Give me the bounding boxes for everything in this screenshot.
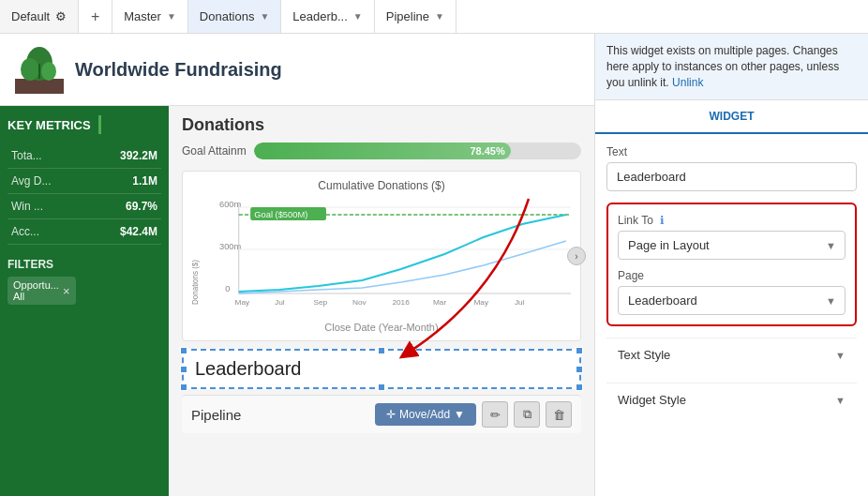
chevron-down-icon: ▼ (435, 11, 444, 22)
chart-title: Cumulative Donations ($) (192, 179, 571, 192)
svg-text:Jul: Jul (515, 298, 525, 307)
svg-text:Donations ($): Donations ($) (192, 260, 200, 305)
metric-row: Tota... 392.2M (7, 143, 161, 169)
metrics-sidebar: KEY METRICS Tota... 392.2M Avg D... 1.1M… (0, 106, 169, 496)
svg-text:May: May (473, 298, 489, 307)
info-banner-text: This widget exists on multiple pages. Ch… (606, 44, 839, 89)
goal-label: Goal Attainm (182, 144, 247, 158)
chart-svg: 600m 300m 0 (192, 198, 571, 320)
svg-text:Mar: Mar (433, 298, 447, 307)
tab-add-button[interactable]: + (79, 0, 112, 33)
page-select[interactable]: Leaderboard Donations Pipeline (618, 286, 846, 315)
svg-text:Nov: Nov (352, 298, 367, 307)
dashboard: Worldwide Fundraising KEY METRICS Tota..… (0, 34, 594, 496)
link-to-label: Link To ℹ (618, 214, 846, 227)
svg-text:Goal ($500M): Goal ($500M) (254, 210, 307, 219)
metric-label-3: Acc... (11, 225, 39, 238)
handle-top-mid[interactable] (378, 347, 385, 354)
copy-button[interactable]: ⧉ (514, 401, 540, 428)
text-style-label: Text Style (618, 348, 670, 362)
handle-bottom-mid[interactable] (378, 383, 385, 391)
pipeline-label: Pipeline (191, 407, 369, 423)
text-style-section[interactable]: Text Style ▼ (606, 338, 857, 371)
chevron-down-icon: ▼ (167, 11, 176, 22)
progress-bar-fill: 78.45% (254, 143, 511, 159)
page-field-group: Page Leaderboard Donations Pipeline ▼ (618, 269, 846, 315)
pencil-icon: ✏ (490, 408, 501, 422)
metric-row: Win ... 69.7% (7, 194, 161, 219)
svg-point-2 (21, 58, 39, 81)
svg-rect-0 (15, 79, 64, 94)
widget-tab[interactable]: WIDGET (595, 100, 868, 134)
leaderboard-widget[interactable]: Leaderboard (182, 349, 581, 389)
handle-right-mid[interactable] (576, 366, 583, 373)
chevron-down-icon: ▼ (260, 11, 269, 22)
text-field-label: Text (606, 145, 857, 158)
bottom-toolbar: Pipeline ✛ Move/Add ▼ ✏ ⧉ 🗑 (182, 395, 581, 433)
tab-master-label: Master (124, 9, 161, 23)
delete-button[interactable]: 🗑 (546, 401, 572, 428)
move-add-button[interactable]: ✛ Move/Add ▼ (375, 403, 476, 426)
filter-chip: Opportu...All × (7, 277, 76, 305)
filters-section: FILTERS Opportu...All × (7, 258, 161, 305)
content-area: Donations Goal Attainm 78.45% Cumulative… (169, 106, 594, 496)
tab-bar: Default ⚙ + Master ▼ Donations ▼ Leaderb… (0, 0, 868, 34)
svg-text:Sep: Sep (313, 298, 327, 307)
handle-left-mid[interactable] (180, 366, 187, 373)
chart-expand-button[interactable]: › (567, 247, 586, 265)
metric-row: Avg D... 1.1M (7, 169, 161, 194)
widget-tab-label: WIDGET (710, 110, 755, 123)
content-title: Donations (182, 115, 581, 135)
goal-row: Goal Attainm 78.45% (182, 143, 581, 159)
link-to-field-group: Link To ℹ Page in Layout URL None ▼ (618, 214, 846, 260)
svg-text:0: 0 (225, 284, 230, 293)
pencil-icon-button[interactable]: ✏ (482, 401, 508, 428)
progress-bar-container: 78.45% (254, 143, 581, 159)
filter-close-button[interactable]: × (63, 284, 70, 298)
chevron-down-icon: ▼ (353, 11, 363, 22)
leaderboard-label: Leaderboard (195, 358, 301, 379)
progress-value: 78.45% (470, 145, 504, 157)
svg-point-3 (41, 62, 56, 81)
metric-row: Acc... $42.4M (7, 219, 161, 245)
metric-value-0: 392.2M (120, 149, 157, 162)
tab-pipeline[interactable]: Pipeline ▼ (375, 0, 456, 33)
handle-top-right[interactable] (576, 347, 583, 354)
handle-bottom-left[interactable] (180, 383, 187, 391)
chart-area: 600m 300m 0 (192, 198, 571, 320)
metrics-bar-icon (98, 115, 101, 134)
handle-bottom-right[interactable] (576, 383, 583, 391)
page-select-wrapper: Leaderboard Donations Pipeline ▼ (618, 286, 846, 315)
leaderboard-widget-wrapper: Leaderboard (182, 349, 581, 389)
tab-leaderboard[interactable]: Leaderb... ▼ (281, 0, 374, 33)
tab-default-label: Default (11, 9, 50, 23)
right-panel-tabs: WIDGET (595, 100, 868, 134)
unlink-link[interactable]: Unlink (672, 76, 703, 89)
tab-default[interactable]: Default ⚙ (0, 0, 79, 33)
plus-icon: + (91, 8, 99, 25)
filter-chip-label: Opportu...All (13, 279, 59, 302)
metric-value-3: $42.4M (120, 225, 157, 238)
metric-label-1: Avg D... (11, 174, 51, 188)
copy-icon: ⧉ (523, 407, 531, 422)
tab-donations[interactable]: Donations ▼ (188, 0, 281, 33)
move-icon: ✛ (386, 408, 396, 421)
widget-style-section[interactable]: Widget Style ▼ (606, 383, 857, 416)
chart-section: Cumulative Donations ($) 600m 300m 0 (182, 171, 581, 341)
link-to-select[interactable]: Page in Layout URL None (618, 231, 846, 260)
dashboard-title: Worldwide Fundraising (75, 59, 282, 81)
filters-label: FILTERS (7, 258, 161, 271)
svg-text:2016: 2016 (392, 298, 410, 307)
svg-text:300m: 300m (219, 242, 242, 251)
widget-style-label: Widget Style (618, 393, 686, 407)
link-to-select-wrapper: Page in Layout URL None ▼ (618, 231, 846, 260)
text-input[interactable] (606, 162, 857, 191)
metric-label-0: Tota... (11, 149, 42, 162)
handle-top-left[interactable] (180, 347, 187, 354)
tab-master[interactable]: Master ▼ (112, 0, 188, 33)
chevron-down-icon: ▼ (454, 408, 465, 421)
link-section: Link To ℹ Page in Layout URL None ▼ Page (606, 203, 857, 326)
chevron-down-icon: ▼ (835, 395, 846, 406)
info-banner: This widget exists on multiple pages. Ch… (595, 34, 868, 100)
metric-value-1: 1.1M (132, 174, 157, 188)
